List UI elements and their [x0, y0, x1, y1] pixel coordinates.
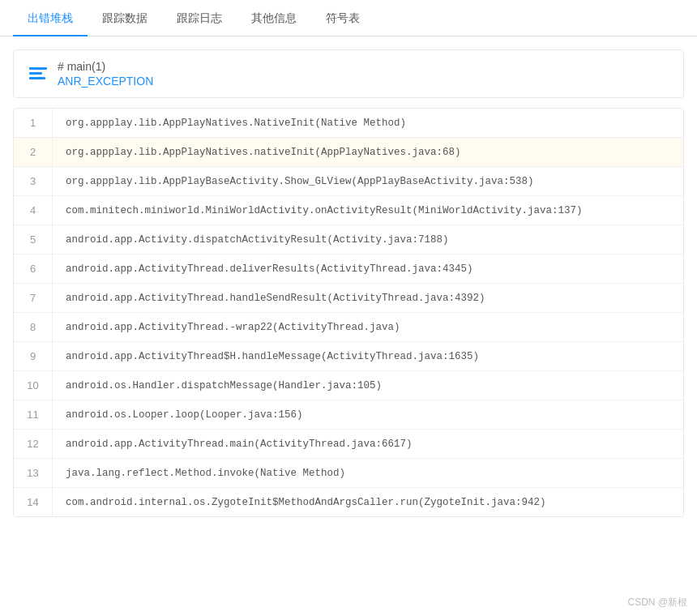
row-code: android.os.Looper.loop(Looper.java:156): [53, 401, 683, 429]
row-number: 9: [14, 342, 53, 370]
footer-text: CSDN @新根: [627, 597, 687, 608]
icon-line-3: [29, 77, 45, 79]
table-row[interactable]: 2org.appplay.lib.AppPlayNatives.nativeIn…: [14, 138, 683, 167]
table-row[interactable]: 12android.app.ActivityThread.main(Activi…: [14, 430, 683, 459]
row-code: java.lang.reflect.Method.invoke(Native M…: [53, 460, 683, 487]
row-number: 4: [14, 196, 53, 225]
thread-header: # main(1) ANR_EXCEPTION: [13, 49, 684, 98]
tab-trace-data[interactable]: 跟踪数据: [88, 0, 162, 36]
row-code: org.appplay.lib.AppPlayBaseActivity.Show…: [53, 168, 683, 195]
row-code: android.app.ActivityThread.handleSendRes…: [53, 284, 683, 312]
content-area: # main(1) ANR_EXCEPTION 1org.appplay.lib…: [0, 36, 697, 530]
table-row[interactable]: 10android.os.Handler.dispatchMessage(Han…: [14, 371, 683, 400]
row-number: 2: [14, 138, 53, 166]
row-code: android.app.ActivityThread$H.handleMessa…: [53, 343, 683, 370]
tab-trace-log[interactable]: 跟踪日志: [162, 0, 237, 36]
table-row[interactable]: 13java.lang.reflect.Method.invoke(Native…: [14, 459, 683, 488]
table-row[interactable]: 4com.minitech.miniworld.MiniWorldActivit…: [14, 196, 683, 225]
row-code: com.minitech.miniworld.MiniWorldActivity…: [53, 197, 683, 225]
icon-line-2: [29, 72, 42, 75]
tab-other-info[interactable]: 其他信息: [237, 0, 311, 36]
table-row[interactable]: 9android.app.ActivityThread$H.handleMess…: [14, 342, 683, 371]
row-number: 5: [14, 225, 53, 254]
row-number: 14: [14, 488, 53, 516]
tab-bar: 出错堆栈跟踪数据跟踪日志其他信息符号表: [0, 0, 697, 36]
table-row[interactable]: 7android.app.ActivityThread.handleSendRe…: [14, 284, 683, 313]
row-code: android.os.Handler.dispatchMessage(Handl…: [53, 372, 683, 400]
row-number: 3: [14, 167, 53, 195]
icon-line-1: [29, 67, 47, 70]
row-number: 7: [14, 284, 53, 312]
stack-table: 1org.appplay.lib.AppPlayNatives.NativeIn…: [13, 108, 684, 517]
table-row[interactable]: 5android.app.Activity.dispatchActivityRe…: [14, 225, 683, 255]
row-code: android.app.ActivityThread.main(Activity…: [53, 430, 683, 458]
row-number: 6: [14, 255, 53, 283]
row-number: 11: [14, 400, 53, 429]
table-row[interactable]: 1org.appplay.lib.AppPlayNatives.NativeIn…: [14, 109, 683, 138]
row-number: 12: [14, 430, 53, 458]
thread-icon-lines: [29, 67, 47, 79]
table-row[interactable]: 8android.app.ActivityThread.-wrap22(Acti…: [14, 313, 683, 342]
row-code: android.app.ActivityThread.-wrap22(Activ…: [53, 314, 683, 341]
thread-icon: [27, 62, 49, 84]
row-number: 10: [14, 371, 53, 400]
row-code: org.appplay.lib.AppPlayNatives.nativeIni…: [53, 139, 683, 166]
table-row[interactable]: 6android.app.ActivityThread.deliverResul…: [14, 255, 683, 284]
row-code: android.app.ActivityThread.deliverResult…: [53, 255, 683, 283]
footer: CSDN @新根: [627, 596, 687, 610]
row-code: org.appplay.lib.AppPlayNatives.NativeIni…: [53, 109, 683, 137]
row-code: android.app.Activity.dispatchActivityRes…: [53, 226, 683, 254]
row-number: 13: [14, 459, 53, 487]
thread-info: # main(1) ANR_EXCEPTION: [58, 60, 153, 88]
row-code: com.android.internal.os.ZygoteInit$Metho…: [53, 489, 683, 516]
tab-symbol-table[interactable]: 符号表: [311, 0, 374, 36]
thread-exception: ANR_EXCEPTION: [58, 75, 153, 88]
thread-name: # main(1): [58, 60, 153, 73]
row-number: 1: [14, 109, 53, 137]
tab-error-stack[interactable]: 出错堆栈: [13, 0, 88, 36]
row-number: 8: [14, 313, 53, 341]
table-row[interactable]: 3org.appplay.lib.AppPlayBaseActivity.Sho…: [14, 167, 683, 196]
table-row[interactable]: 14com.android.internal.os.ZygoteInit$Met…: [14, 488, 683, 516]
table-row[interactable]: 11android.os.Looper.loop(Looper.java:156…: [14, 400, 683, 430]
